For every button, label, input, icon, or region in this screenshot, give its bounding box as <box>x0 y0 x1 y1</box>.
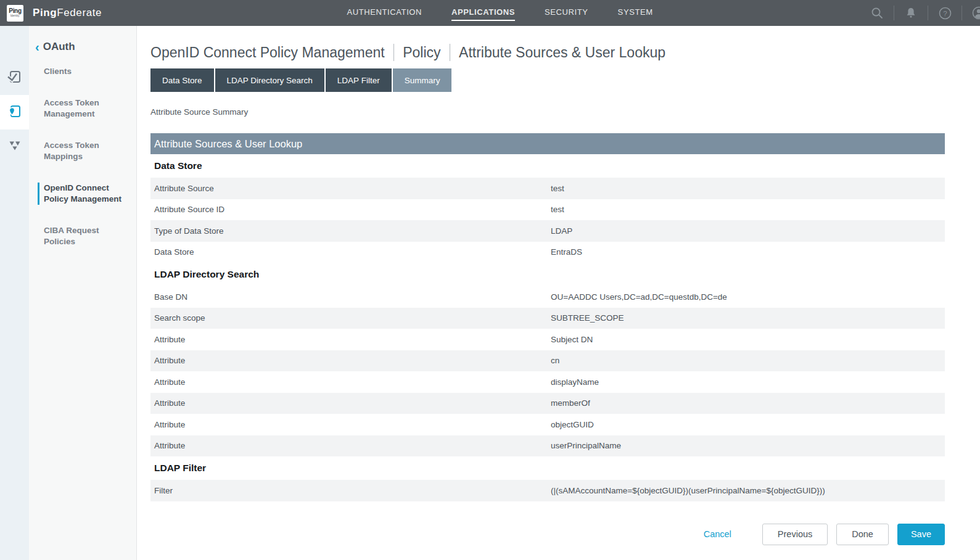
row-label: Type of Data Store <box>150 226 551 236</box>
table-row: Search scopeSUBTREE_SCOPE <box>150 308 945 329</box>
security-icon <box>7 138 22 155</box>
table-row: Filter(|(sAMAccountName=${objectGUID})(u… <box>150 480 945 501</box>
row-label: Search scope <box>150 313 551 323</box>
row-value: displayName <box>551 377 945 387</box>
table-row: Attribute Sourcetest <box>150 178 945 199</box>
nav-item-applications[interactable]: APPLICATIONS <box>451 5 515 21</box>
sidebar-item-openid-connect-policy-management[interactable]: OpenID Connect Policy Management <box>38 183 136 205</box>
save-button[interactable]: Save <box>897 524 945 545</box>
row-value: EntraDS <box>551 247 945 257</box>
done-button[interactable]: Done <box>836 524 889 545</box>
row-value: memberOf <box>551 398 945 408</box>
row-label: Attribute Source <box>150 184 551 193</box>
row-label: Attribute Source ID <box>150 205 551 214</box>
row-label: Attribute <box>150 356 551 365</box>
table-row: Attributecn <box>150 350 945 372</box>
nav-item-system[interactable]: SYSTEM <box>618 5 653 21</box>
nav-item-authentication[interactable]: AUTHENTICATION <box>347 5 422 21</box>
row-label: Attribute <box>150 335 551 344</box>
oauth-back-header[interactable]: ‹ OAuth <box>29 41 136 53</box>
main-content: OpenID Connect Policy ManagementPolicyAt… <box>137 26 980 560</box>
topbar-icons: ? <box>860 0 980 26</box>
row-label: Base DN <box>150 292 551 302</box>
summary-caption: Attribute Source Summary <box>150 107 945 117</box>
tab-ldap-filter[interactable]: LDAP Filter <box>326 68 392 92</box>
sidebar-item-ciba-request-policies[interactable]: CIBA Request Policies <box>38 225 136 247</box>
ping-identity-logo: Ping Identity. <box>7 5 23 22</box>
divider <box>961 6 962 20</box>
row-value: Subject DN <box>551 335 945 344</box>
previous-button[interactable]: Previous <box>762 524 828 545</box>
row-value: objectGUID <box>551 420 945 429</box>
breadcrumb-segment: Policy <box>403 44 440 61</box>
breadcrumb: OpenID Connect Policy ManagementPolicyAt… <box>150 44 945 61</box>
section-heading-ldap-directory-search: LDAP Directory Search <box>150 263 945 286</box>
user-avatar-icon[interactable] <box>972 6 980 20</box>
summary-table: Attribute Sources & User Lookup Data Sto… <box>150 133 945 501</box>
divider <box>928 6 928 20</box>
row-value: test <box>551 205 945 214</box>
breadcrumb-segment: OpenID Connect Policy Management <box>150 44 385 61</box>
table-row: Type of Data StoreLDAP <box>150 220 945 242</box>
summary-table-header: Attribute Sources & User Lookup <box>150 133 945 154</box>
tab-summary[interactable]: Summary <box>393 68 452 92</box>
footer-actions: Cancel Previous Done Save <box>150 524 945 545</box>
side-menu-items: ClientsAccess Token ManagementAccess Tok… <box>29 66 136 247</box>
row-label: Filter <box>150 486 551 495</box>
sidebar-item-access-token-mappings[interactable]: Access Token Mappings <box>38 140 136 162</box>
row-label: Attribute <box>150 441 551 450</box>
row-value: userPrincipalName <box>551 441 945 450</box>
breadcrumb-separator <box>450 44 451 61</box>
top-bar: Ping Identity. PingFederate AUTHENTICATI… <box>0 0 980 26</box>
row-label: Attribute <box>150 420 551 429</box>
table-row: AttributeobjectGUID <box>150 414 945 435</box>
app-title: PingFederate <box>33 7 102 19</box>
table-row: Base DNOU=AADDC Users,DC=ad,DC=questdb,D… <box>150 286 945 308</box>
table-row: AttributememberOf <box>150 393 945 414</box>
logo-subtext: Identity. <box>10 15 20 18</box>
section-heading-data-store: Data Store <box>150 154 945 178</box>
help-icon[interactable]: ? <box>938 6 952 20</box>
sidebar-item-access-token-management[interactable]: Access Token Management <box>38 97 136 120</box>
row-value: SUBTREE_SCOPE <box>551 313 945 323</box>
tab-ldap-directory-search[interactable]: LDAP Directory Search <box>215 68 324 92</box>
row-value: (|(sAMAccountName=${objectGUID})(userPri… <box>551 486 945 495</box>
wizard-step-tabs: Data StoreLDAP Directory SearchLDAP Filt… <box>150 68 945 92</box>
section-heading-ldap-filter: LDAP Filter <box>150 456 945 480</box>
section-icon-rail <box>0 26 29 560</box>
search-icon[interactable] <box>870 6 884 20</box>
divider <box>894 6 894 20</box>
table-row: AttributeuserPrincipalName <box>150 435 945 457</box>
row-value: test <box>551 184 945 193</box>
nav-item-security[interactable]: SECURITY <box>545 5 588 21</box>
applications-icon <box>7 104 22 121</box>
row-value: LDAP <box>551 226 945 236</box>
sidebar-item-clients[interactable]: Clients <box>38 66 136 77</box>
table-row: AttributedisplayName <box>150 371 945 393</box>
svg-text:?: ? <box>943 9 947 17</box>
primary-nav: AUTHENTICATIONAPPLICATIONSSECURITYSYSTEM <box>347 0 653 26</box>
tab-data-store[interactable]: Data Store <box>150 68 214 92</box>
table-row: Data StoreEntraDS <box>150 242 945 263</box>
oauth-side-menu: ‹ OAuth ClientsAccess Token ManagementAc… <box>29 26 137 560</box>
row-label: Attribute <box>150 377 551 387</box>
breadcrumb-separator <box>393 44 395 61</box>
row-label: Attribute <box>150 398 551 408</box>
side-menu-title: OAuth <box>43 41 75 53</box>
sidebar-item-applications[interactable] <box>0 95 29 130</box>
row-value: OU=AADDC Users,DC=ad,DC=questdb,DC=de <box>551 292 945 302</box>
back-chevron-icon: ‹ <box>35 41 39 52</box>
sidebar-item-authentication[interactable] <box>0 60 29 95</box>
logo-text: Ping <box>9 8 21 14</box>
sidebar-item-security[interactable] <box>0 130 29 164</box>
breadcrumb-segment: Attribute Sources & User Lookup <box>459 44 665 61</box>
cancel-link[interactable]: Cancel <box>704 529 731 539</box>
table-row: Attribute Source IDtest <box>150 199 945 221</box>
summary-table-body: Data StoreAttribute SourcetestAttribute … <box>150 154 945 501</box>
row-label: Data Store <box>150 247 551 257</box>
notifications-bell-icon[interactable] <box>904 6 918 20</box>
authentication-icon <box>7 69 22 87</box>
row-value: cn <box>551 356 945 365</box>
table-row: AttributeSubject DN <box>150 329 945 350</box>
